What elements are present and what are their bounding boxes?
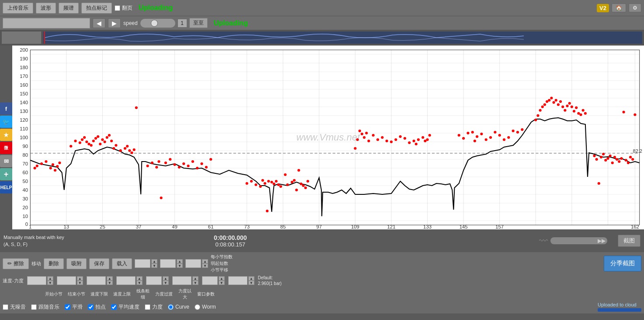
acc-music-checkbox[interactable]	[31, 304, 37, 310]
bar-shift-input[interactable]: 0	[185, 259, 201, 268]
save-button[interactable]: 保存	[89, 258, 109, 269]
svg-point-129	[291, 181, 293, 183]
smooth-checkbox[interactable]	[65, 304, 70, 310]
home-button[interactable]: 🏠	[612, 4, 626, 12]
prev-button[interactable]: ◀	[93, 18, 105, 28]
plus-button[interactable]: +	[0, 168, 12, 180]
beat-point-label[interactable]: 拍点	[88, 303, 106, 311]
end-bar-up[interactable]: ▲	[77, 276, 83, 281]
beat-count-up[interactable]: ▲	[151, 259, 157, 264]
acc-music-label[interactable]: 跟随音乐	[31, 303, 59, 311]
force-max-down[interactable]: ▼	[219, 281, 225, 285]
flip-checkbox[interactable]	[115, 5, 120, 11]
confirm-button[interactable]: 至至	[189, 18, 208, 28]
beat-count2-down[interactable]: ▼	[177, 264, 183, 268]
force-smooth-input[interactable]: 20	[172, 276, 191, 285]
beat-count-input[interactable]: 4	[135, 259, 150, 268]
flip-checkbox-label[interactable]: 翻页	[115, 4, 132, 12]
end-bar-group: 162 ▲ ▼	[57, 276, 83, 285]
waveform-canvas[interactable]	[43, 32, 642, 44]
force-max-up[interactable]: ▲	[219, 276, 225, 281]
facebook-button[interactable]: f	[0, 102, 12, 115]
spectrum-button[interactable]: 频谱	[59, 3, 79, 14]
force-smooth-up[interactable]: ▲	[192, 276, 198, 281]
svg-point-130	[293, 179, 296, 182]
speed-low-input[interactable]: 0	[87, 276, 106, 285]
svg-point-209	[616, 158, 618, 161]
speed-label: speed	[123, 20, 138, 26]
speed-low-down[interactable]: ▼	[107, 281, 113, 285]
svg-point-90	[115, 144, 117, 147]
start-bar-down[interactable]: ▼	[47, 281, 53, 285]
beat-count-group: 4 ▲ ▼	[135, 259, 157, 268]
no-noise-checkbox[interactable]	[3, 304, 8, 310]
worm-radio[interactable]	[195, 304, 200, 310]
force-checkbox[interactable]	[145, 304, 150, 310]
settings-button[interactable]: ⚙	[629, 4, 641, 12]
beat-count-down[interactable]: ▼	[151, 264, 157, 268]
end-bar-down[interactable]: ▼	[77, 281, 83, 285]
speed-low-up[interactable]: ▲	[107, 276, 113, 281]
smooth-label[interactable]: 平滑	[65, 303, 83, 311]
worm-slider[interactable]: ▶▶	[550, 237, 607, 244]
speed-high-input[interactable]: 200	[116, 276, 136, 285]
beat-count2-input[interactable]: 0	[160, 259, 176, 268]
erase-button[interactable]: ✏ 擦除	[3, 258, 29, 269]
curve-radio-label[interactable]: Curve	[168, 304, 189, 310]
play-button[interactable]: ▶	[108, 18, 121, 28]
bar-shift-down[interactable]: ▼	[202, 264, 208, 268]
main-chart-svg: 200 190 180 170 160 150 140 130 120 110 …	[12, 46, 644, 229]
force-smooth-down[interactable]: ▼	[192, 281, 198, 285]
svg-point-84	[101, 138, 104, 141]
start-bar-input[interactable]: 1	[27, 276, 46, 285]
window-param-input[interactable]: 2.96	[228, 276, 247, 285]
svg-point-106	[178, 166, 181, 169]
svg-text:100: 100	[20, 135, 28, 140]
help-button[interactable]: HELP	[0, 181, 12, 193]
svg-text:145: 145	[460, 224, 468, 229]
delete-button[interactable]: 删除	[44, 258, 64, 269]
avg-speed-checkbox[interactable]	[111, 304, 117, 310]
beat-count2-up[interactable]: ▲	[177, 259, 183, 264]
svg-point-213	[625, 159, 627, 162]
twitter-button[interactable]: 🐦	[0, 116, 12, 128]
end-bar-input[interactable]: 162	[57, 276, 76, 285]
beat-point-checkbox[interactable]	[88, 304, 94, 310]
curve-radio[interactable]	[168, 304, 174, 310]
svg-point-177	[536, 114, 539, 117]
force-smooth-group: 20 ▲ ▼	[172, 276, 198, 285]
line-width-input[interactable]: 3	[146, 276, 162, 285]
beat-mark-button[interactable]: 拍点标记	[81, 3, 112, 14]
svg-text:13: 13	[64, 224, 70, 229]
worm-radio-label[interactable]: Worm	[195, 304, 216, 310]
window-param-down[interactable]: ▼	[248, 281, 254, 285]
window-param-up[interactable]: ▲	[248, 276, 254, 281]
speed-high-group: 200 ▲ ▼	[116, 276, 143, 285]
mail-button[interactable]: ✉	[0, 155, 12, 167]
force-checkbox-label[interactable]: 力度	[145, 303, 163, 311]
speed-high-up[interactable]: ▲	[136, 276, 143, 281]
absorb-button[interactable]: 吸附	[66, 258, 87, 269]
bar-shift-up[interactable]: ▲	[202, 259, 208, 264]
split-screenshot-button[interactable]: 分季截图	[604, 256, 641, 271]
speed-high-down[interactable]: ▼	[136, 281, 143, 285]
svg-point-94	[128, 149, 131, 152]
weibo-button[interactable]: 微	[0, 142, 12, 154]
screenshot-button[interactable]: 截图	[618, 235, 641, 247]
svg-text:130: 130	[20, 109, 28, 114]
no-noise-label[interactable]: 无噪音	[3, 303, 26, 311]
avg-speed-label[interactable]: 平均速度	[111, 303, 139, 311]
waveform-button[interactable]: 波形	[36, 3, 56, 14]
svg-point-67	[49, 167, 52, 169]
start-bar-up[interactable]: ▲	[47, 276, 53, 281]
line-width-down[interactable]: ▼	[163, 281, 169, 285]
line-width-up[interactable]: ▲	[163, 276, 169, 281]
file-name-input[interactable]: 兔皮灰展开郁1	[3, 18, 90, 28]
star-button[interactable]: ★	[0, 129, 12, 141]
svg-point-126	[279, 185, 282, 188]
upload-music-button[interactable]: 上传音乐	[3, 3, 33, 14]
svg-point-122	[270, 181, 273, 183]
load-button[interactable]: 载入	[112, 258, 132, 269]
force-max-input[interactable]: 2	[202, 276, 218, 285]
svg-point-179	[541, 105, 544, 108]
